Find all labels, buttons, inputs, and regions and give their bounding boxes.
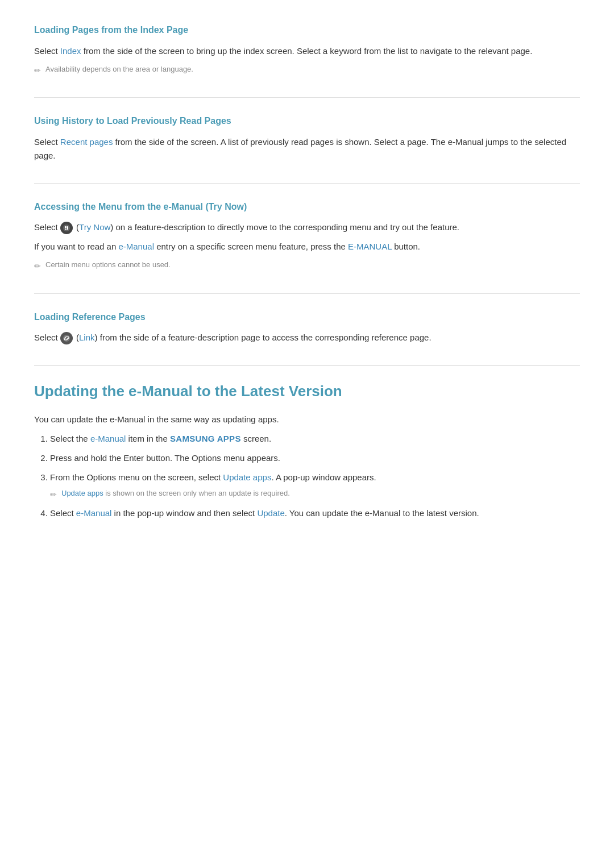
divider-3 xyxy=(34,293,580,294)
link-text: Link xyxy=(79,333,95,342)
section-loading-reference: Loading Reference Pages Select (Link) fr… xyxy=(34,310,580,345)
recent-pages-link: Recent pages xyxy=(60,137,113,147)
note-certain-menu: ✏ Certain menu options cannot be used. xyxy=(34,259,580,272)
try-now-text: Try Now xyxy=(79,222,110,232)
section-title-accessing-menu: Accessing the Menu from the e-Manual (Tr… xyxy=(34,200,580,214)
section-title-using-history: Using History to Load Previously Read Pa… xyxy=(34,114,580,128)
section-loading-index: Loading Pages from the Index Page Select… xyxy=(34,23,580,77)
index-link: Index xyxy=(60,46,81,56)
pencil-icon-2: ✏ xyxy=(34,260,41,272)
paragraph-emanual-button: If you want to read an e-Manual entry on… xyxy=(34,240,580,254)
step-2: Press and hold the Enter button. The Opt… xyxy=(50,451,580,465)
paragraph-try-now: Select (Try Now) on a feature-descriptio… xyxy=(34,221,580,234)
svg-rect-2 xyxy=(65,229,67,230)
note-update-apps: ✏ Update apps is shown on the screen onl… xyxy=(50,488,580,501)
pencil-icon-1: ✏ xyxy=(34,64,41,77)
emanual-link-3: e-Manual xyxy=(76,508,112,518)
paragraph-loading-index: Select Index from the side of the screen… xyxy=(34,44,580,58)
update-steps-list: Select the e-Manual item in the SAMSUNG … xyxy=(34,432,580,520)
svg-rect-3 xyxy=(67,226,68,230)
update-apps-link-note: Update apps xyxy=(61,489,103,497)
divider-1 xyxy=(34,97,580,98)
pencil-icon-3: ✏ xyxy=(50,488,57,501)
note-availability-text: Availability depends on the area or lang… xyxy=(45,64,193,76)
note-update-apps-text: Update apps is shown on the screen only … xyxy=(61,488,290,500)
large-section-divider xyxy=(34,365,580,366)
svg-point-0 xyxy=(63,225,70,231)
emanual-button-ref: E-MANUAL xyxy=(348,242,392,251)
note-certain-menu-text: Certain menu options cannot be used. xyxy=(45,259,171,271)
svg-rect-1 xyxy=(65,226,67,228)
section-title-loading-reference: Loading Reference Pages xyxy=(34,310,580,325)
step-4: Select e-Manual in the pop-up window and… xyxy=(50,506,580,520)
try-now-icon xyxy=(60,222,73,234)
emanual-link-1: e-Manual xyxy=(118,242,154,251)
section-accessing-menu: Accessing the Menu from the e-Manual (Tr… xyxy=(34,200,580,273)
section-title-loading-index: Loading Pages from the Index Page xyxy=(34,23,580,38)
section-using-history: Using History to Load Previously Read Pa… xyxy=(34,114,580,163)
note-availability: ✏ Availability depends on the area or la… xyxy=(34,64,580,77)
divider-2 xyxy=(34,183,580,184)
step-1: Select the e-Manual item in the SAMSUNG … xyxy=(50,432,580,446)
samsung-apps-link: SAMSUNG APPS xyxy=(170,434,241,443)
section-updating-emanual: Updating the e-Manual to the Latest Vers… xyxy=(34,380,580,520)
paragraph-using-history: Select Recent pages from the side of the… xyxy=(34,135,580,163)
section-title-updating: Updating the e-Manual to the Latest Vers… xyxy=(34,380,580,404)
link-icon xyxy=(60,332,73,344)
step-3: From the Options menu on the screen, sel… xyxy=(50,471,580,501)
update-apps-link-1: Update apps xyxy=(223,472,271,482)
update-link: Update xyxy=(257,508,284,518)
paragraph-loading-reference: Select (Link) from the side of a feature… xyxy=(34,331,580,344)
paragraph-update-intro: You can update the e-Manual in the same … xyxy=(34,413,580,426)
emanual-link-2: e-Manual xyxy=(90,434,126,443)
